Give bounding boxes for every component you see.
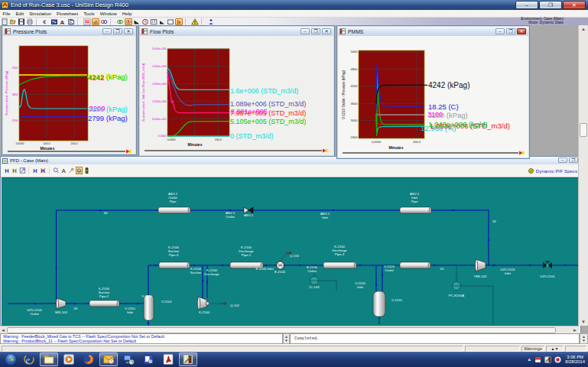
attach-mode-button[interactable]: H xyxy=(4,167,11,174)
blue-app-button[interactable] xyxy=(139,352,158,366)
w1-minimize-button[interactable]: – xyxy=(102,28,112,34)
print-button[interactable] xyxy=(26,18,34,25)
w2-close-button[interactable]: ✕ xyxy=(322,28,331,34)
valve-ASV-1[interactable] xyxy=(244,207,249,213)
svg-text:Inlet: Inlet xyxy=(505,271,512,275)
break-connection-button[interactable]: H xyxy=(40,167,47,174)
menu-item-flowsheet[interactable]: Flowsheet xyxy=(54,10,81,17)
integrator-run-button[interactable]: k xyxy=(175,18,183,25)
internet-explorer-button[interactable]: e xyxy=(20,352,38,366)
menu-item-tools[interactable]: Tools xyxy=(81,10,97,17)
red-scope-button[interactable] xyxy=(125,18,132,25)
svg-text:V-2110: V-2110 xyxy=(161,300,172,304)
w3-close-button[interactable]: ✕ xyxy=(517,28,526,34)
menu-item-edit[interactable]: Edit xyxy=(13,10,27,17)
svg-text:2700: 2700 xyxy=(12,119,18,122)
menu-item-file[interactable]: File xyxy=(0,10,13,17)
media-player-button[interactable] xyxy=(60,352,78,366)
start-button[interactable] xyxy=(2,352,20,366)
vessel-V-2110[interactable] xyxy=(144,295,154,320)
tray-flag-icon[interactable] xyxy=(534,356,541,363)
svg-text:20: 20 xyxy=(440,267,444,271)
outlook-button[interactable] xyxy=(99,352,118,366)
pfd-minimize-button[interactable]: – xyxy=(558,158,567,163)
open-case-button[interactable] xyxy=(9,18,17,25)
svg-text:Inlet: Inlet xyxy=(127,310,134,314)
mdi-hscroll-thumb[interactable] xyxy=(7,327,556,333)
format-wand-button[interactable] xyxy=(68,167,75,174)
warnings-scrollbar[interactable]: ▲ ▼ xyxy=(283,333,290,344)
dynamics-mode-button[interactable] xyxy=(92,18,99,25)
pfd-canvas[interactable]: 34ASV-1OutletPipeASV-1OutletASV-1ASV-1In… xyxy=(2,177,579,327)
menu-item-simulation[interactable]: Simulation xyxy=(27,10,54,17)
mdi-vscroll-thumb[interactable] xyxy=(580,123,587,137)
add-text-button[interactable]: A xyxy=(60,167,67,174)
acrobat-button[interactable] xyxy=(159,352,177,366)
integrator-clock-button[interactable] xyxy=(141,18,149,25)
w2-minimize-button[interactable]: – xyxy=(300,28,310,34)
pipe-ASV-1 Inlet Pipe[interactable] xyxy=(400,207,431,213)
tray-sound-icon[interactable] xyxy=(554,356,561,363)
w1-close-button[interactable]: ✕ xyxy=(124,28,133,34)
workbook-button[interactable]: ¢ xyxy=(42,18,50,25)
status-arrows[interactable]: ▲▼ xyxy=(546,346,564,352)
green-scope-button[interactable] xyxy=(116,18,124,25)
maximize-button[interactable]: ❐ xyxy=(539,1,562,9)
title-bar[interactable]: End of Run-Case 3.usc - UniSim Design R4… xyxy=(0,0,588,10)
minimize-button[interactable]: – xyxy=(515,1,538,9)
energy-stream-Q-102[interactable] xyxy=(221,302,226,305)
ramp-up-button[interactable] xyxy=(133,18,141,25)
pipe-K-2100 Discharge Pipe-2[interactable] xyxy=(323,262,356,268)
w1-maximize-button[interactable]: ❐ xyxy=(113,28,122,34)
zoom-button[interactable] xyxy=(53,167,60,174)
svg-text:1.089e+006 (STD_m3/d): 1.089e+006 (STD_m3/d) xyxy=(230,100,306,108)
flowsheet-navigator-button[interactable] xyxy=(67,18,75,25)
swirl-tool-button[interactable] xyxy=(76,167,83,174)
swap-attach-icon: H xyxy=(32,167,39,174)
pipe-K-2100 Suction Pipe-3[interactable] xyxy=(159,262,190,268)
pmms-window: PMMS – ❐ ✕ 5400480042003600300024000.000… xyxy=(336,25,530,159)
pfd-view-button[interactable] xyxy=(50,18,58,25)
w3-maximize-button[interactable]: ❐ xyxy=(506,28,515,34)
steady-state-mode-button[interactable] xyxy=(83,18,91,25)
warnings-panel[interactable]: Warning : FeederBlock_Mixed Gas to TCS -… xyxy=(0,333,283,344)
windows-explorer-button[interactable] xyxy=(40,352,58,366)
w3-minimize-button[interactable]: – xyxy=(495,28,505,34)
warning-triangle-button[interactable] xyxy=(191,18,199,25)
svg-text:Outlet: Outlet xyxy=(226,215,235,219)
trace-panel[interactable]: Completed. xyxy=(290,333,580,344)
close-button[interactable]: ✕ xyxy=(563,1,586,9)
cell-box-button[interactable] xyxy=(167,18,174,25)
size-mode-button[interactable] xyxy=(19,167,26,174)
mdi-horizontal-scrollbar[interactable]: ◄ ► xyxy=(0,326,579,333)
menu-item-window[interactable]: Window xyxy=(97,10,119,17)
trace-scrollbar[interactable]: ▲ ▼ xyxy=(580,333,588,344)
dynamics-assistant-button[interactable] xyxy=(100,18,108,25)
vessel-V-2120[interactable] xyxy=(373,291,385,317)
traffic-light-button[interactable] xyxy=(83,167,90,174)
w2-maximize-button[interactable]: ❐ xyxy=(311,28,320,34)
assistant-button[interactable] xyxy=(207,18,215,25)
find-object-button[interactable]: A xyxy=(59,18,67,25)
menu-item-help[interactable]: Help xyxy=(119,10,135,17)
step-counter-button[interactable]: 1X xyxy=(150,18,158,25)
pipe-K-2100 Discharge Pipe-3[interactable] xyxy=(400,262,430,268)
pipe-K-2100 Suction Pipe-2[interactable] xyxy=(89,300,119,307)
tray-unisim-icon[interactable] xyxy=(544,356,551,363)
unisim-button[interactable] xyxy=(179,352,197,366)
remote-desktop-button[interactable] xyxy=(119,352,138,366)
firefox-button[interactable] xyxy=(80,352,98,366)
pfd-spec-button[interactable]: Dynamic P/F Specs xyxy=(528,165,577,176)
save-case-button[interactable] xyxy=(18,18,25,25)
pfd-maximize-button[interactable]: ❐ xyxy=(569,158,578,163)
move-attach-button[interactable]: H xyxy=(11,167,18,174)
pipe-ASV-1 Outlet Pipe[interactable] xyxy=(158,207,190,213)
taskbar-clock[interactable]: 3:06 PM8/28/2014 xyxy=(565,355,585,365)
mdi-vertical-scrollbar[interactable]: ▲ ▼ xyxy=(578,25,588,326)
ramp-small-button[interactable] xyxy=(158,18,166,25)
new-case-button[interactable] xyxy=(1,18,8,25)
tray-expand-icon[interactable]: ▲ xyxy=(527,357,531,362)
swap-attach-button[interactable]: H xyxy=(32,167,39,174)
flow-plots-body: 3.000e+0062.400e+0061.800e+0061.200e+006… xyxy=(140,36,333,155)
app-icon xyxy=(2,2,8,8)
